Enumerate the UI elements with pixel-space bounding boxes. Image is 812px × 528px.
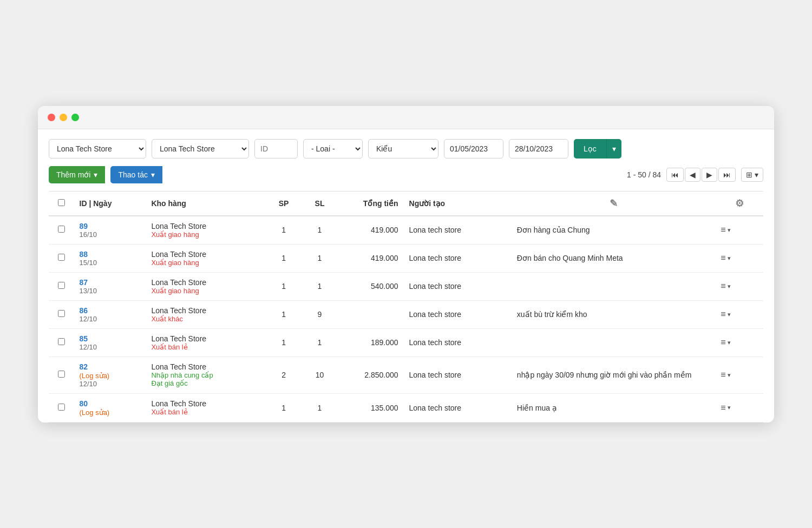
cell-note (512, 328, 716, 357)
layout-icon: ⊞ (746, 170, 752, 179)
header-gear-icon: ⚙ (715, 191, 763, 216)
store-select-1[interactable]: Lona Tech Store (49, 139, 146, 159)
header-nguoi-tao: Người tạo (404, 191, 512, 216)
row-menu-button[interactable]: ≡ ▾ (721, 281, 730, 291)
thao-tac-button[interactable]: Thao tác ▾ (110, 166, 162, 183)
main-table: ID | Ngày Kho hàng SP SL Tổng tiền Người… (49, 191, 763, 423)
loai-label: Xuất giao hàng (151, 287, 260, 295)
cell-note (512, 272, 716, 300)
loc-arrow-button[interactable]: ▾ (606, 139, 621, 159)
cell-tong-tien: 540.000 (338, 272, 404, 300)
row-checkbox[interactable] (58, 226, 65, 233)
loai-label: Nhập nhà cung cấp (151, 371, 260, 379)
cell-tong-tien: 419.000 (338, 216, 404, 245)
log-sura-label: (Log sửa) (80, 372, 110, 380)
page-prev-button[interactable]: ◀ (685, 168, 700, 182)
date-label: 12/10 (80, 343, 141, 351)
row-menu-button[interactable]: ≡ ▾ (721, 370, 730, 380)
loai-select[interactable]: - Loai - (303, 139, 363, 159)
cell-nguoi-tao: Lona tech store (404, 357, 512, 393)
layout-button[interactable]: ⊞ ▾ (741, 168, 763, 182)
cell-action: ≡ ▾ (715, 393, 763, 422)
cell-action: ≡ ▾ (715, 244, 763, 272)
minimize-dot[interactable] (60, 114, 67, 121)
row-menu-button[interactable]: ≡ ▾ (721, 309, 730, 319)
id-link[interactable]: 80 (80, 399, 88, 408)
row-menu-button[interactable]: ≡ ▾ (721, 225, 730, 235)
loai-label: Xuất bán lẻ (151, 408, 260, 416)
cell-sp: 1 (266, 216, 302, 245)
cell-kho-hang: Lona Tech StoreXuất giao hàng (146, 272, 265, 300)
cell-nguoi-tao: Lona tech store (404, 300, 512, 328)
cell-action: ≡ ▾ (715, 300, 763, 328)
cell-id-date: 8916/10 (74, 216, 146, 245)
date-from-input[interactable] (444, 139, 503, 159)
pagination-text: 1 - 50 / 84 (627, 170, 661, 179)
id-link[interactable]: 89 (80, 222, 88, 230)
id-link[interactable]: 86 (80, 306, 88, 315)
gear-icon: ⚙ (735, 198, 744, 209)
header-tong-tien: Tổng tiền (338, 191, 404, 216)
cell-sp: 1 (266, 393, 302, 422)
cell-nguoi-tao: Lona tech store (404, 328, 512, 357)
table-row: 8815/10Lona Tech StoreXuất giao hàng1141… (49, 244, 763, 272)
row-menu-button[interactable]: ≡ ▾ (721, 253, 730, 263)
row-menu-button[interactable]: ≡ ▾ (721, 403, 730, 413)
row-checkbox[interactable] (58, 310, 65, 317)
maximize-dot[interactable] (71, 114, 79, 121)
cell-kho-hang: Lona Tech StoreXuất giao hàng (146, 244, 265, 272)
date-to-input[interactable] (509, 139, 568, 159)
close-dot[interactable] (48, 114, 55, 121)
cell-sl: 1 (302, 272, 337, 300)
select-all-checkbox[interactable] (58, 199, 65, 206)
page-last-button[interactable]: ⏭ (718, 168, 736, 182)
row-checkbox[interactable] (58, 254, 65, 261)
cell-note: Đơn bán cho Quang Minh Meta (512, 244, 716, 272)
table-wrap: ID | Ngày Kho hàng SP SL Tổng tiền Người… (49, 191, 763, 423)
loc-group: Lọc ▾ (574, 139, 621, 159)
table-row: 8612/10Lona Tech StoreXuất khác19Lona te… (49, 300, 763, 328)
row-checkbox[interactable] (58, 282, 65, 289)
header-note-icon: ✎ (512, 191, 716, 216)
header-sp: SP (266, 191, 302, 216)
header-checkbox-col (49, 191, 74, 216)
cell-sp: 1 (266, 244, 302, 272)
titlebar (38, 106, 774, 129)
id-link[interactable]: 85 (80, 334, 88, 343)
row-checkbox[interactable] (58, 338, 65, 345)
id-link[interactable]: 88 (80, 250, 88, 259)
kieu-select[interactable]: Kiểu (368, 139, 438, 159)
table-row: 8512/10Lona Tech StoreXuất bán lẻ11189.0… (49, 328, 763, 357)
row-checkbox[interactable] (58, 371, 65, 378)
store-select-2[interactable]: Lona Tech Store (152, 139, 249, 159)
cell-sp: 2 (266, 357, 302, 393)
id-input[interactable] (254, 139, 298, 159)
id-link[interactable]: 87 (80, 278, 88, 287)
page-first-button[interactable]: ⏮ (666, 168, 684, 182)
them-moi-button[interactable]: Thêm mới ▾ (49, 166, 105, 183)
cell-sp: 1 (266, 328, 302, 357)
cell-sl: 1 (302, 328, 337, 357)
cell-sp: 1 (266, 272, 302, 300)
cell-id-date: 8512/10 (74, 328, 146, 357)
date-label: 16/10 (80, 230, 141, 239)
cell-action: ≡ ▾ (715, 272, 763, 300)
cell-action: ≡ ▾ (715, 216, 763, 245)
action-bar: Thêm mới ▾ Thao tác ▾ 1 - 50 / 84 ⏮ ◀ ▶ (49, 166, 763, 183)
cell-tong-tien: 419.000 (338, 244, 404, 272)
loai-label: Xuất giao hàng (151, 230, 260, 239)
cell-action: ≡ ▾ (715, 328, 763, 357)
action-right: 1 - 50 / 84 ⏮ ◀ ▶ ⏭ ⊞ ▾ (627, 168, 763, 182)
id-link[interactable]: 82 (80, 362, 88, 371)
cell-tong-tien: 2.850.000 (338, 357, 404, 393)
kho-name: Lona Tech Store (151, 362, 260, 371)
loc-button[interactable]: Lọc (574, 139, 606, 159)
row-menu-button[interactable]: ≡ ▾ (721, 338, 730, 347)
cell-note: Hiền mua ạ (512, 393, 716, 422)
main-content: Lona Tech Store Lona Tech Store - Loai -… (38, 129, 774, 423)
them-moi-group: Thêm mới ▾ (49, 166, 105, 183)
chevron-down-icon: ▾ (94, 170, 97, 179)
row-checkbox[interactable] (58, 404, 65, 411)
page-next-button[interactable]: ▶ (702, 168, 717, 182)
cell-id-date: 8713/10 (74, 272, 146, 300)
